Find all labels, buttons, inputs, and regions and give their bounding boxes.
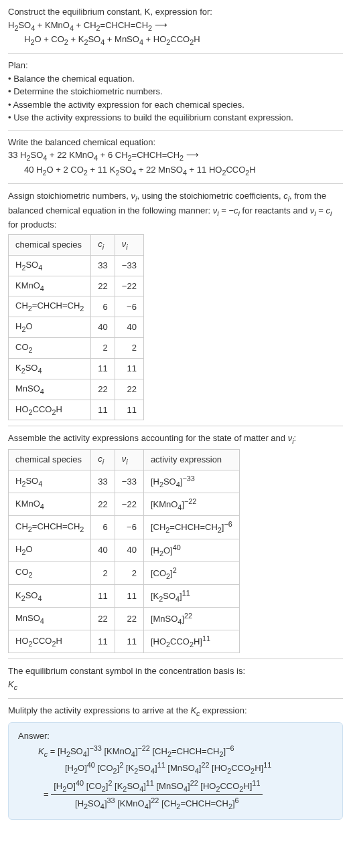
intro-equation-right: H2O + CO2 + K2SO4 + MnSO4 + HO2CCO2H: [8, 33, 343, 48]
cell-vi: 40: [115, 539, 143, 561]
multiply-heading: Mulitply the activity expressions to arr…: [8, 704, 343, 719]
cell-ci: 22: [91, 493, 115, 516]
divider: [8, 426, 343, 426]
cell-species: CH2=CHCH=CH2: [9, 516, 91, 539]
cell-activity: [KMnO4]−22: [143, 493, 239, 516]
symbol-heading: The equilibrium constant symbol in the c…: [8, 665, 343, 678]
cell-species: KMnO4: [9, 276, 91, 296]
divider: [8, 53, 343, 54]
th-vi: νi: [115, 234, 143, 255]
cell-vi: −22: [115, 493, 143, 516]
balanced-section: Write the balanced chemical equation: 33…: [8, 136, 343, 178]
cell-vi: 22: [115, 379, 143, 400]
cell-ci: 2: [91, 338, 115, 359]
th-species: chemical species: [9, 450, 91, 470]
table-row: MnSO42222[MnSO4]22: [9, 608, 240, 630]
activity-table: chemical species ci νi activity expressi…: [8, 449, 240, 653]
answer-fraction-row: = [H2O]40 [CO2]2 [K2SO4]11 [MnSO4]22 [HO…: [38, 778, 333, 812]
table-row: KMnO422−22[KMnO4]−22: [9, 493, 240, 516]
cell-vi: 11: [115, 358, 143, 379]
cell-species: H2O: [9, 539, 91, 561]
cell-vi: −22: [115, 276, 143, 296]
table-row: K2SO41111: [9, 358, 144, 379]
divider: [8, 698, 343, 699]
cell-ci: 40: [91, 317, 115, 338]
plan-item: • Assemble the activity expression for e…: [8, 98, 343, 112]
cell-vi: −6: [115, 296, 143, 317]
table-row: HO2CCO2H1111: [9, 400, 144, 420]
assign-text: Assign stoichiometric numbers, νi, using…: [8, 189, 343, 232]
cell-species: KMnO4: [9, 493, 91, 516]
cell-activity: [H2SO4]−33: [143, 470, 239, 493]
stoich-table: chemical species ci νi H2SO433−33KMnO422…: [8, 234, 144, 420]
table-row: HO2CCO2H1111[HO2CCO2H]11: [9, 630, 240, 653]
answer-fraction: [H2O]40 [CO2]2 [K2SO4]11 [MnSO4]22 [HO2C…: [51, 778, 263, 812]
cell-species: K2SO4: [9, 584, 91, 607]
table-row: CH2=CHCH=CH26−6[CH2=CHCH=CH2]−6: [9, 516, 240, 539]
cell-ci: 22: [91, 608, 115, 630]
cell-activity: [MnSO4]22: [143, 608, 239, 630]
cell-ci: 6: [91, 516, 115, 539]
table-row: CO222[CO2]2: [9, 561, 240, 584]
cell-ci: 6: [91, 296, 115, 317]
cell-ci: 22: [91, 276, 115, 296]
table-row: KMnO422−22: [9, 276, 144, 296]
cell-vi: 2: [115, 338, 143, 359]
cell-species: H2SO4: [9, 255, 91, 276]
cell-vi: −33: [115, 470, 143, 493]
cell-species: CO2: [9, 338, 91, 359]
th-ci: ci: [91, 450, 115, 470]
plan-item: • Balance the chemical equation.: [8, 72, 343, 86]
cell-ci: 11: [91, 584, 115, 607]
frac-numerator: [H2O]40 [CO2]2 [K2SO4]11 [MnSO4]22 [HO2C…: [51, 778, 263, 795]
cell-ci: 11: [91, 358, 115, 379]
cell-vi: 40: [115, 317, 143, 338]
cell-species: HO2CCO2H: [9, 630, 91, 653]
cell-vi: −33: [115, 255, 143, 276]
cell-vi: −6: [115, 516, 143, 539]
table-row: CH2=CHCH=CH26−6: [9, 296, 144, 317]
divider: [8, 659, 343, 659]
table-row: H2O4040: [9, 317, 144, 338]
cell-vi: 22: [115, 608, 143, 630]
table-row: MnSO42222: [9, 379, 144, 400]
cell-activity: [HO2CCO2H]11: [143, 630, 239, 653]
plan-item: • Determine the stoichiometric numbers.: [8, 85, 343, 98]
th-activity: activity expression: [143, 450, 239, 470]
cell-vi: 11: [115, 584, 143, 607]
balanced-left: 33 H2SO4 + 22 KMnO4 + 6 CH2=CHCH=CH2 ⟶: [8, 149, 343, 163]
answer-formula: Kc = [H2SO4]−33 [KMnO4]−22 [CH2=CHCH=CH2…: [18, 743, 333, 812]
cell-ci: 11: [91, 630, 115, 653]
answer-line1: Kc = [H2SO4]−33 [KMnO4]−22 [CH2=CHCH=CH2…: [38, 743, 333, 760]
cell-ci: 11: [91, 400, 115, 420]
answer-heading: Answer:: [18, 729, 333, 743]
balanced-heading: Write the balanced chemical equation:: [8, 136, 343, 149]
cell-ci: 40: [91, 539, 115, 561]
cell-species: CH2=CHCH=CH2: [9, 296, 91, 317]
activity-heading: Assemble the activity expressions accoun…: [8, 432, 343, 446]
answer-eq-sign: =: [38, 789, 51, 799]
intro-equation-left: H2SO4 + KMnO4 + CH2=CHCH=CH2 ⟶: [8, 19, 343, 33]
answer-line2: [H2O]40 [CO2]2 [K2SO4]11 [MnSO4]22 [HO2C…: [38, 760, 333, 776]
table-row: H2SO433−33[H2SO4]−33: [9, 470, 240, 493]
cell-vi: 2: [115, 561, 143, 584]
cell-species: MnSO4: [9, 608, 91, 630]
divider: [8, 183, 343, 184]
symbol-value: Kc: [8, 678, 343, 693]
intro-title: Construct the equilibrium constant, K, e…: [8, 5, 343, 19]
cell-vi: 11: [115, 400, 143, 420]
cell-species: MnSO4: [9, 379, 91, 400]
divider: [8, 130, 343, 131]
th-ci: ci: [91, 234, 115, 255]
cell-activity: [K2SO4]11: [143, 584, 239, 607]
cell-ci: 22: [91, 379, 115, 400]
frac-denominator: [H2SO4]33 [KMnO4]22 [CH2=CHCH=CH2]6: [51, 795, 263, 812]
cell-ci: 2: [91, 561, 115, 584]
cell-species: K2SO4: [9, 358, 91, 379]
table-row: CO222: [9, 338, 144, 359]
plan-section: Plan: • Balance the chemical equation. •…: [8, 59, 343, 124]
cell-ci: 33: [91, 470, 115, 493]
cell-activity: [H2O]40: [143, 539, 239, 561]
table-row: K2SO41111[K2SO4]11: [9, 584, 240, 607]
assign-section: Assign stoichiometric numbers, νi, using…: [8, 189, 343, 421]
